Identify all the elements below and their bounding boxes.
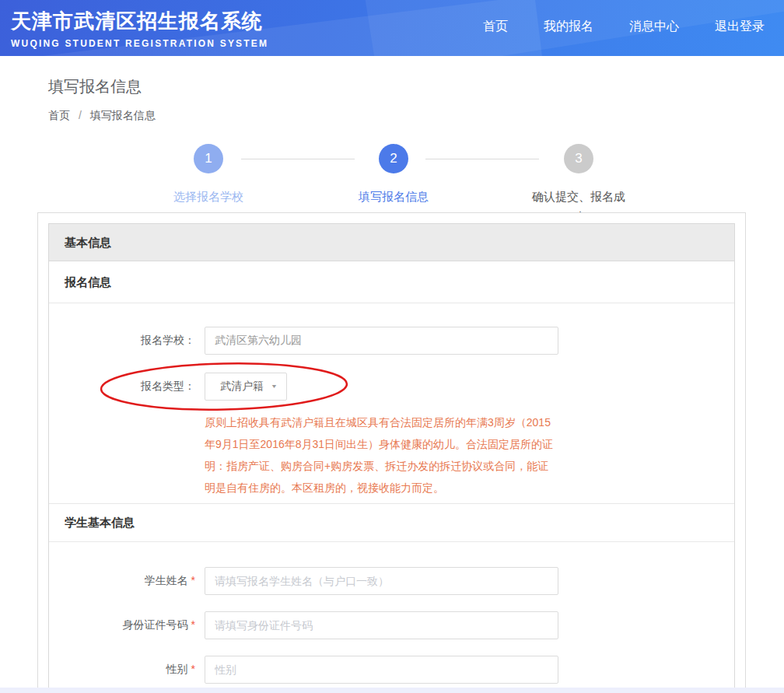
student-name-label: 学生姓名* [49,574,195,588]
app-logo: 天津市武清区招生报名系统 WUQING STUDENT REGISTRATION… [11,8,268,49]
section-title-student-info: 学生基本信息 [49,503,734,542]
panel-header-basic-info: 基本信息 [49,224,734,261]
breadcrumb-separator: / [79,109,82,121]
required-asterisk: * [191,663,195,675]
eligibility-notice: 原则上招收具有武清户籍且在城区具有合法固定居所的年满3周岁（2015年9月1日至… [205,411,558,499]
step-2-fill-info: 2 填写报名信息 [331,144,456,207]
student-name-input[interactable] [205,567,558,595]
nav-item-my-registrations[interactable]: 我的报名 [544,19,593,35]
main-form-card: 基本信息 报名信息 报名学校： 报名类型： 武清户籍 ▼ 原则上招收具有武清户籍… [37,212,746,693]
student-name-row: 学生姓名* [49,567,734,595]
step-2-circle: 2 [379,144,408,173]
breadcrumb-current: 填写报名信息 [90,109,156,121]
gender-label: 性别* [49,663,195,677]
main-nav: 首页 我的报名 消息中心 退出登录 [483,19,765,35]
student-form: 学生姓名* 身份证件号码* 性别* [49,542,734,684]
breadcrumb-home-link[interactable]: 首页 [48,109,70,121]
breadcrumb: 首页 / 填写报名信息 [48,109,784,123]
registration-type-row: 报名类型： 武清户籍 ▼ [49,373,734,401]
basic-info-panel: 基本信息 报名信息 报名学校： 报名类型： 武清户籍 ▼ 原则上招收具有武清户籍… [48,223,735,691]
required-asterisk: * [191,618,195,631]
step-3-circle: 3 [564,144,593,173]
app-header: 天津市武清区招生报名系统 WUQING STUDENT REGISTRATION… [0,0,784,56]
step-wizard: 1 选择报名学校 2 填写报名信息 3 确认提交、报名成功 [0,144,784,223]
page-title: 填写报名信息 [48,76,784,97]
school-label: 报名学校： [49,334,195,348]
nav-item-logout[interactable]: 退出登录 [715,19,765,35]
required-asterisk: * [191,574,195,586]
viewport-bottom-strip [0,688,784,693]
nav-item-message-center[interactable]: 消息中心 [629,19,679,35]
step-1-select-school: 1 选择报名学校 [146,144,271,207]
app-subtitle: WUQING STUDENT REGISTRATION SYSTEM [11,38,268,49]
registration-type-label: 报名类型： [49,380,195,394]
gender-input[interactable] [205,656,558,684]
step-2-label: 填写报名信息 [331,187,456,207]
nav-item-home[interactable]: 首页 [483,19,508,35]
id-number-row: 身份证件号码* [49,611,734,639]
id-number-label: 身份证件号码* [49,618,195,632]
app-title: 天津市武清区招生报名系统 [11,8,268,35]
id-number-input[interactable] [205,611,558,639]
section-title-registration-info: 报名信息 [49,261,734,303]
school-input[interactable] [205,327,558,355]
registration-form: 报名学校： 报名类型： 武清户籍 ▼ 原则上招收具有武清户籍且在城区具有合法固定… [49,303,734,499]
registration-type-value: 武清户籍 [220,380,264,394]
gender-row: 性别* [49,656,734,684]
step-1-circle: 1 [194,144,223,173]
chevron-down-icon: ▼ [271,383,278,390]
registration-type-select[interactable]: 武清户籍 ▼ [205,373,287,401]
school-row: 报名学校： [49,327,734,355]
step-1-label: 选择报名学校 [146,187,271,207]
